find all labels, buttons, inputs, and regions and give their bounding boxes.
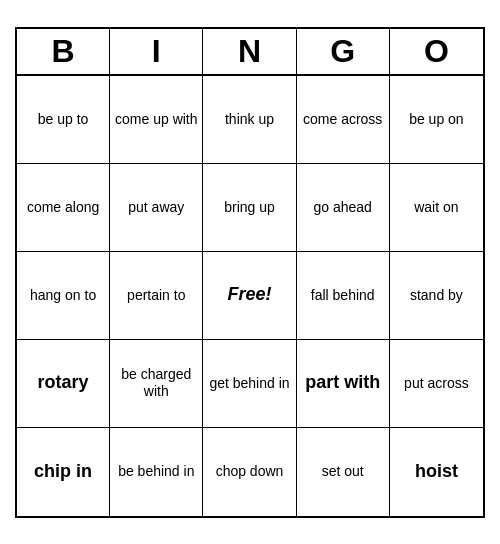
bingo-cell-6[interactable]: put away	[110, 164, 203, 252]
bingo-cell-7[interactable]: bring up	[203, 164, 296, 252]
bingo-cell-2[interactable]: think up	[203, 76, 296, 164]
bingo-cell-23[interactable]: set out	[297, 428, 390, 516]
bingo-cell-12[interactable]: Free!	[203, 252, 296, 340]
bingo-card: BINGO be up tocome up withthink upcome a…	[15, 27, 485, 518]
bingo-cell-10[interactable]: hang on to	[17, 252, 110, 340]
bingo-cell-11[interactable]: pertain to	[110, 252, 203, 340]
bingo-cell-13[interactable]: fall behind	[297, 252, 390, 340]
bingo-cell-4[interactable]: be up on	[390, 76, 483, 164]
header-letter-g: G	[297, 29, 390, 74]
bingo-cell-20[interactable]: chip in	[17, 428, 110, 516]
bingo-cell-16[interactable]: be charged with	[110, 340, 203, 428]
bingo-cell-5[interactable]: come along	[17, 164, 110, 252]
header-letter-i: I	[110, 29, 203, 74]
header-letter-o: O	[390, 29, 483, 74]
bingo-header: BINGO	[17, 29, 483, 76]
bingo-grid: be up tocome up withthink upcome acrossb…	[17, 76, 483, 516]
bingo-cell-0[interactable]: be up to	[17, 76, 110, 164]
bingo-cell-3[interactable]: come across	[297, 76, 390, 164]
bingo-cell-19[interactable]: put across	[390, 340, 483, 428]
bingo-cell-22[interactable]: chop down	[203, 428, 296, 516]
bingo-cell-15[interactable]: rotary	[17, 340, 110, 428]
bingo-cell-14[interactable]: stand by	[390, 252, 483, 340]
bingo-cell-21[interactable]: be behind in	[110, 428, 203, 516]
header-letter-b: B	[17, 29, 110, 74]
header-letter-n: N	[203, 29, 296, 74]
bingo-cell-9[interactable]: wait on	[390, 164, 483, 252]
bingo-cell-24[interactable]: hoist	[390, 428, 483, 516]
bingo-cell-18[interactable]: part with	[297, 340, 390, 428]
bingo-cell-17[interactable]: get behind in	[203, 340, 296, 428]
bingo-cell-8[interactable]: go ahead	[297, 164, 390, 252]
bingo-cell-1[interactable]: come up with	[110, 76, 203, 164]
